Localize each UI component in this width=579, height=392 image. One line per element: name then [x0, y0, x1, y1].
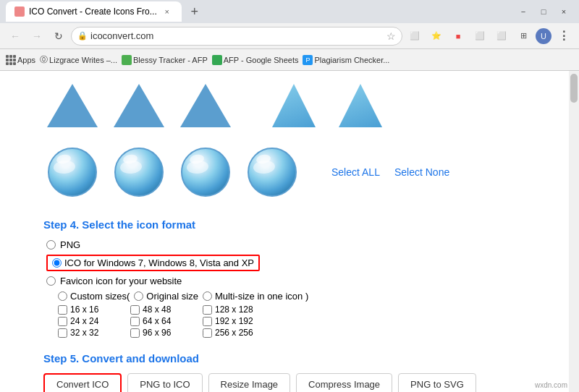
icon-preview-4[interactable]: [265, 77, 323, 135]
circle-icon-3: [181, 148, 230, 197]
scrollbar[interactable]: [569, 71, 579, 392]
format-favicon-label: Favicon icon for your website: [60, 276, 182, 286]
extension-icon-5[interactable]: ⬜: [492, 27, 511, 46]
size-32[interactable]: 32 x 32: [58, 328, 130, 338]
extension-icon-4[interactable]: ⬜: [470, 27, 489, 46]
size-256[interactable]: 256 x 256: [203, 328, 275, 338]
multi-size-option[interactable]: Multi-size in one icon ): [203, 291, 308, 302]
tab-title: ICO Convert - Create Icons Fro...: [29, 7, 157, 17]
size-192[interactable]: 192 x 192: [203, 316, 275, 326]
maximize-button[interactable]: □: [534, 5, 553, 18]
step5-title: Step 5. Convert and download: [43, 352, 521, 365]
window-controls: − □ ×: [514, 5, 573, 18]
icon-row-circles: Select ALL Select None: [43, 140, 521, 204]
url-text: icoconvert.com: [90, 30, 384, 41]
resize-image-button[interactable]: Resize Image: [208, 373, 290, 392]
icon-preview-circle-4[interactable]: [243, 143, 301, 201]
original-size-label: Original size: [146, 291, 198, 302]
convert-ico-button[interactable]: Convert ICO: [43, 373, 122, 392]
icon-preview-1[interactable]: [43, 77, 101, 135]
size-grid: 16 x 16 48 x 48 128 x 128 24 x 24 64 x 6…: [58, 304, 521, 338]
size-type-row: Custom sizes( Original size Multi-size i…: [58, 291, 521, 302]
multi-size-label: Multi-size in one icon ): [215, 291, 308, 302]
custom-size-label: Custom sizes(: [70, 291, 130, 302]
format-ico-option[interactable]: ICO for Windows 7, Windows 8, Vista and …: [46, 255, 260, 271]
afp-icon: [212, 55, 222, 65]
nav-bar: ← → ↻ 🔒 icoconvert.com ☆ ⬜ ⭐ ■ ⬜ ⬜ ⊞ U ⋮: [0, 23, 579, 49]
icon-row-triangles: [43, 74, 521, 137]
secure-icon: 🔒: [77, 31, 88, 41]
size-64[interactable]: 64 x 64: [130, 316, 203, 326]
active-tab[interactable]: ICO Convert - Create Icons Fro... ×: [6, 1, 182, 22]
format-favicon-radio[interactable]: [46, 276, 56, 286]
convert-buttons-group: Convert ICO PNG to ICO Resize Image Comp…: [43, 373, 521, 392]
step4-title: Step 4. Select the icon format: [43, 218, 521, 231]
circle-icon-1: [48, 148, 97, 197]
size-24[interactable]: 24 x 24: [58, 316, 130, 326]
apps-button[interactable]: Apps: [6, 55, 35, 65]
select-all-link[interactable]: Select ALL: [331, 166, 380, 178]
extension-icon-3[interactable]: ■: [449, 27, 468, 46]
size-128[interactable]: 128 x 128: [203, 304, 275, 315]
custom-size-radio[interactable]: [58, 291, 67, 301]
extension-icon-2[interactable]: ⭐: [427, 27, 446, 46]
title-bar: ICO Convert - Create Icons Fro... × + − …: [0, 0, 579, 23]
icon-preview-circle-2[interactable]: [110, 143, 168, 201]
circle-icon-2: [114, 148, 164, 197]
format-png-radio[interactable]: [46, 240, 56, 250]
bookmarks-toolbar: Apps ⓪ Lizgrace Writes –... Blessy Track…: [0, 49, 579, 71]
format-ico-label: ICO for Windows 7, Windows 8, Vista and …: [64, 257, 254, 268]
close-button[interactable]: ×: [554, 5, 573, 18]
multi-size-radio[interactable]: [203, 291, 212, 301]
page-content: Select ALL Select None Step 4. Select th…: [0, 71, 579, 392]
icon-preview-circle-3[interactable]: [177, 143, 234, 201]
size-options: Custom sizes( Original size Multi-size i…: [43, 291, 521, 338]
bookmark-lizgrace[interactable]: ⓪ Lizgrace Writes –...: [40, 54, 117, 65]
png-to-svg-button[interactable]: PNG to SVG: [398, 373, 476, 392]
minimize-button[interactable]: −: [514, 5, 533, 18]
bookmark-afp[interactable]: AFP - Google Sheets: [212, 55, 299, 65]
format-options: PNG ICO for Windows 7, Windows 8, Vista …: [43, 239, 521, 286]
plagiarism-icon: P: [303, 55, 313, 65]
bookmark-blessy[interactable]: Blessy Tracker - AFP: [122, 55, 208, 65]
back-button[interactable]: ←: [6, 27, 25, 46]
circle-icon-4: [248, 148, 297, 197]
scrollbar-thumb[interactable]: [570, 74, 578, 103]
bookmark-star-icon[interactable]: ☆: [386, 30, 396, 42]
extension-icon-6[interactable]: ⊞: [514, 27, 533, 46]
reload-button[interactable]: ↻: [49, 27, 68, 46]
icon-preview-3[interactable]: [177, 77, 234, 135]
format-png-option[interactable]: PNG: [46, 239, 521, 250]
size-96[interactable]: 96 x 96: [130, 328, 203, 338]
original-size-option[interactable]: Original size: [134, 291, 198, 302]
forward-button[interactable]: →: [28, 27, 46, 46]
step5-section: Step 5. Convert and download Convert ICO…: [43, 352, 521, 392]
format-favicon-option[interactable]: Favicon icon for your website: [46, 276, 521, 286]
icon-preview-2[interactable]: [110, 77, 168, 135]
tab-favicon: [14, 7, 25, 17]
compress-image-button[interactable]: Compress Image: [296, 373, 392, 392]
format-png-label: PNG: [60, 239, 80, 250]
icon-preview-circle-1[interactable]: [43, 143, 101, 201]
watermark: wxdn.com: [535, 381, 567, 389]
step4-section: Step 4. Select the icon format PNG ICO f…: [43, 218, 521, 338]
blessy-icon: [122, 55, 132, 65]
more-options-button[interactable]: ⋮: [554, 27, 573, 46]
select-links-group: Select ALL Select None: [331, 166, 449, 178]
icon-preview-5[interactable]: [331, 77, 389, 135]
select-none-link[interactable]: Select None: [394, 166, 449, 178]
size-16[interactable]: 16 x 16: [58, 304, 130, 315]
new-tab-button[interactable]: +: [185, 1, 205, 22]
original-size-radio[interactable]: [134, 291, 143, 301]
format-ico-radio[interactable]: [52, 258, 62, 268]
png-to-ico-button[interactable]: PNG to ICO: [127, 373, 202, 392]
bookmark-plagiarism[interactable]: P Plagiarism Checker...: [303, 55, 389, 65]
size-48[interactable]: 48 x 48: [130, 304, 203, 315]
browser-window: ICO Convert - Create Icons Fro... × + − …: [0, 0, 579, 392]
address-bar[interactable]: 🔒 icoconvert.com ☆: [71, 27, 402, 46]
profile-icon[interactable]: U: [536, 28, 551, 44]
custom-size-option[interactable]: Custom sizes(: [58, 291, 130, 302]
tab-close-button[interactable]: ×: [161, 6, 173, 17]
extension-icon-1[interactable]: ⬜: [405, 27, 424, 46]
